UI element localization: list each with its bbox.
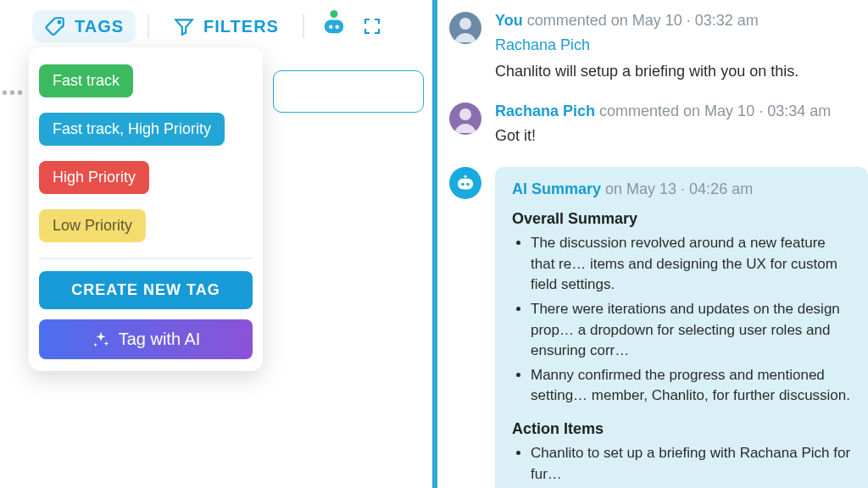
ai-avatar[interactable] bbox=[449, 167, 481, 199]
tag-chip-fast-track-high[interactable]: Fast track, High Priority bbox=[39, 113, 225, 146]
action-items-title: Action Items bbox=[512, 420, 851, 438]
tab-separator bbox=[147, 14, 149, 38]
svg-point-8 bbox=[466, 183, 470, 186]
comment-text: Chanlito will setup a briefing with you … bbox=[495, 63, 868, 80]
svg-point-0 bbox=[58, 21, 61, 24]
create-new-tag-button[interactable]: CREATE NEW TAG bbox=[39, 271, 253, 309]
tag-with-ai-label: Tag with AI bbox=[119, 330, 201, 349]
tag-chip-low-priority[interactable]: Low Priority bbox=[39, 209, 146, 242]
summary-bullet: Manny confirmed the progress and mention… bbox=[531, 365, 851, 407]
comment-text: Got it! bbox=[495, 127, 868, 145]
summary-timestamp: on May 13 · 04:26 am bbox=[601, 180, 753, 197]
comment-entry: You commented on May 10 · 03:32 am Racha… bbox=[449, 12, 868, 80]
tag-chip-fast-track[interactable]: Fast track bbox=[39, 64, 133, 97]
svg-point-7 bbox=[461, 183, 465, 186]
tag-chip-high-priority[interactable]: High Priority bbox=[39, 161, 149, 194]
comment-timestamp: commented on May 10 · 03:32 am bbox=[523, 12, 759, 29]
tab-filters[interactable]: FILTERS bbox=[161, 10, 291, 42]
tags-dropdown-panel: Fast track Fast track, High Priority Hig… bbox=[29, 47, 263, 371]
tabs-row: TAGS FILTERS bbox=[32, 10, 415, 42]
summary-meta: AI Summary on May 13 · 04:26 am bbox=[512, 180, 851, 198]
comment-entry: Rachana Pich commented on May 10 · 03:34… bbox=[449, 103, 868, 145]
tag-with-ai-button[interactable]: Tag with AI bbox=[39, 319, 253, 359]
svg-rect-1 bbox=[325, 19, 343, 33]
mention-link[interactable]: Rachana Pich bbox=[495, 36, 590, 54]
summary-bullet: The discussion revolved around a new fea… bbox=[531, 233, 851, 296]
svg-rect-6 bbox=[458, 179, 473, 190]
action-items-list: Chanlito to set up a briefing with Racha… bbox=[512, 443, 851, 485]
tab-separator-2 bbox=[303, 14, 304, 38]
comment-meta: You commented on May 10 · 03:32 am bbox=[495, 12, 868, 30]
tab-tags-label: TAGS bbox=[75, 17, 124, 36]
panel-divider bbox=[39, 258, 253, 259]
summary-bullet: There were iterations and updates on the… bbox=[531, 299, 851, 362]
svg-point-3 bbox=[335, 25, 338, 29]
robot-head-icon bbox=[455, 173, 476, 193]
tab-filters-label: FILTERS bbox=[203, 17, 279, 36]
avatar[interactable] bbox=[449, 12, 481, 44]
comment-meta: Rachana Pich commented on May 10 · 03:34… bbox=[495, 103, 868, 120]
comments-pane: You commented on May 10 · 03:32 am Racha… bbox=[437, 0, 868, 488]
sparkle-icon bbox=[92, 330, 110, 349]
svg-point-4 bbox=[459, 18, 471, 30]
status-dot-icon bbox=[330, 10, 337, 18]
left-pane: TAGS FILTERS Fast track Fast track, High… bbox=[0, 0, 432, 488]
comment-author[interactable]: You bbox=[495, 12, 523, 29]
svg-point-2 bbox=[329, 25, 332, 29]
avatar[interactable] bbox=[449, 103, 481, 135]
tab-tags[interactable]: TAGS bbox=[32, 10, 136, 42]
comment-timestamp: commented on May 10 · 03:34 am bbox=[595, 103, 831, 119]
svg-point-9 bbox=[465, 175, 467, 178]
funnel-icon bbox=[173, 15, 195, 37]
overall-summary-list: The discussion revolved around a new fea… bbox=[512, 233, 851, 407]
svg-point-5 bbox=[459, 108, 471, 120]
tag-icon bbox=[44, 15, 66, 37]
overall-summary-title: Overall Summary bbox=[512, 210, 851, 228]
ai-summary-entry: AI Summary on May 13 · 04:26 am Overall … bbox=[449, 167, 868, 488]
ai-bot-icon[interactable] bbox=[321, 14, 347, 39]
ai-summary-card: AI Summary on May 13 · 04:26 am Overall … bbox=[495, 167, 868, 488]
action-item-bullet: Chanlito to set up a briefing with Racha… bbox=[531, 443, 851, 485]
comment-author[interactable]: Rachana Pich bbox=[495, 103, 595, 119]
fullscreen-icon[interactable] bbox=[362, 16, 382, 36]
empty-input-outline[interactable] bbox=[273, 70, 424, 113]
summary-author: AI Summary bbox=[512, 180, 601, 197]
